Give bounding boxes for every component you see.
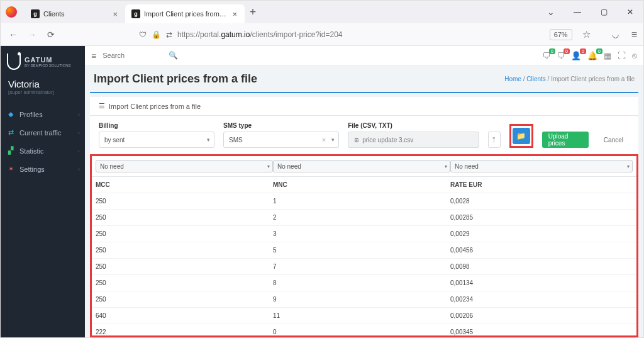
tab-clients[interactable]: g Clients × — [25, 4, 125, 23]
chevron-down-icon[interactable]: ⌄ — [538, 7, 564, 17]
col-rate: RATE EUR — [450, 181, 633, 188]
sidebar: GATUM BY SEMPICO SOLUTIONS Victoria [sup… — [1, 46, 85, 337]
sidebar-item-traffic[interactable]: ⇄Current traffic‹ — [1, 123, 85, 142]
billing-label: Billing — [99, 122, 214, 129]
chevron-left-icon: ‹ — [78, 148, 80, 154]
chevron-left-icon: ‹ — [78, 111, 80, 118]
profile-icon: ◆ — [7, 110, 14, 118]
sidebar-item-statistic[interactable]: ▞Statistic‹ — [1, 142, 85, 160]
folder-button[interactable]: 📁 — [513, 128, 530, 144]
clear-icon[interactable]: × — [322, 136, 326, 144]
sidebar-item-label: Current traffic — [19, 129, 61, 137]
col-mcc: MCC — [96, 181, 273, 188]
back-button[interactable]: ← — [7, 30, 19, 40]
sms-label: SMS type — [223, 122, 339, 129]
upload-icon-button[interactable]: ⭱ — [488, 132, 501, 148]
user-role: [super administrator] — [1, 89, 85, 103]
burger-icon[interactable]: ≡ — [91, 51, 96, 61]
price-table: No need▾ No need▾ No need▾ MCC MNC RATE … — [90, 154, 638, 337]
divider — [90, 92, 638, 93]
storage-icon: ☰ — [99, 102, 105, 110]
tray-icon[interactable]: 🗨0 — [542, 51, 550, 60]
table-row: 640110,00206 — [92, 307, 636, 324]
lock-icon: 🔒 — [152, 30, 161, 39]
cancel-button[interactable]: Cancel — [597, 132, 630, 148]
search-icon[interactable]: 🔍 — [169, 51, 178, 60]
menu-icon[interactable]: ≡ — [631, 29, 637, 40]
col2-mapping-select[interactable]: No need▾ — [273, 160, 450, 172]
upload-prices-button[interactable]: Upload prices — [542, 132, 589, 148]
chart-icon: ▞ — [7, 147, 14, 155]
panel-title-text: Import Client prices from a file — [109, 103, 201, 110]
crumb-clients[interactable]: Clients — [526, 76, 546, 82]
filter-row: Billing by sent▾ SMS type SMS×▾ File (CS… — [90, 116, 638, 154]
table-row: 25050,00456 — [92, 242, 636, 258]
brand: GATUM BY SEMPICO SOLUTIONS — [1, 46, 85, 74]
table-row: 25070,0098 — [92, 258, 636, 274]
tab-label: Clients — [43, 10, 108, 18]
reload-button[interactable]: ⟳ — [45, 30, 57, 40]
sidebar-item-label: Statistic — [19, 147, 44, 155]
new-tab-button[interactable]: + — [245, 4, 261, 20]
topbar: ≡ 🔍 🗨0 🗨0 👤0 🔔0 ▦ ⛶ ⎋ — [85, 46, 643, 66]
zoom-level[interactable]: 67% — [550, 29, 572, 40]
sms-select[interactable]: SMS×▾ — [223, 132, 339, 148]
traffic-icon: ⇄ — [7, 128, 14, 137]
sidebar-item-label: Settings — [19, 166, 45, 173]
brand-name: GATUM — [25, 57, 71, 64]
table-row: 25030,0029 — [92, 225, 636, 242]
sidebar-item-settings[interactable]: ✶Settings‹ — [1, 160, 85, 178]
firefox-icon — [6, 6, 17, 18]
file-display: 🗎price update 3.csv — [348, 132, 479, 148]
favicon-icon: g — [31, 9, 40, 18]
logo-icon — [7, 54, 21, 70]
tray-icon[interactable]: 🔔0 — [587, 51, 597, 60]
folder-button-highlight: 📁 — [509, 124, 533, 148]
forward-button: → — [26, 30, 38, 40]
tab-import[interactable]: g Import Client prices from a file × — [125, 4, 245, 23]
close-icon[interactable]: × — [231, 9, 238, 19]
tab-label: Import Client prices from a file — [144, 10, 227, 18]
crumb-home[interactable]: Home — [504, 76, 521, 82]
panel-title: ☰ Import Client prices from a file — [90, 97, 638, 116]
maximize-button[interactable]: ▢ — [591, 8, 617, 16]
crumb-current: Import Client prices from a file — [551, 76, 635, 82]
browser-titlebar: g Clients × g Import Client prices from … — [1, 1, 643, 23]
pocket-icon[interactable]: ◡ — [612, 30, 619, 39]
logout-icon[interactable]: ⎋ — [632, 51, 637, 60]
url-bar[interactable]: 🛡 🔒 ⇄ https://portal.gatum.io/clients/im… — [139, 30, 543, 39]
col1-mapping-select[interactable]: No need▾ — [96, 160, 273, 172]
file-name: price update 3.csv — [362, 137, 413, 144]
page-title: Import Client prices from a file — [94, 72, 257, 86]
tray-icon[interactable]: 🗨0 — [557, 51, 565, 60]
table-header: MCC MNC RATE EUR — [92, 176, 636, 193]
badge: 0 — [549, 48, 555, 54]
chevron-left-icon: ‹ — [78, 130, 80, 136]
table-row: 25010,0028 — [92, 193, 636, 209]
grid-icon[interactable]: ▦ — [604, 51, 611, 60]
breadcrumb: Home / Clients / Import Client prices fr… — [504, 76, 635, 82]
chevron-left-icon: ‹ — [78, 166, 80, 172]
badge: 0 — [564, 48, 570, 54]
sidebar-item-profiles[interactable]: ◆Profiles‹ — [1, 105, 85, 123]
shield-icon: 🛡 — [139, 30, 147, 39]
tray-icon[interactable]: 👤0 — [571, 51, 581, 60]
file-icon: 🗎 — [353, 137, 360, 144]
minimize-button[interactable]: — — [564, 8, 591, 16]
table-row: 22200,00345 — [92, 324, 636, 337]
bookmark-icon[interactable]: ☆ — [582, 29, 591, 40]
col3-mapping-select[interactable]: No need▾ — [450, 160, 633, 172]
sms-value: SMS — [229, 137, 243, 144]
favicon-icon: g — [131, 9, 140, 18]
search-input[interactable] — [103, 49, 178, 63]
close-icon[interactable]: × — [111, 9, 119, 19]
url-text: https://portal.gatum.io/clients/import-p… — [177, 30, 342, 39]
close-window-button[interactable]: ✕ — [617, 8, 643, 16]
expand-icon[interactable]: ⛶ — [618, 51, 626, 60]
gear-icon: ✶ — [7, 165, 14, 173]
table-row: 25080,00134 — [92, 274, 636, 291]
billing-select[interactable]: by sent▾ — [99, 132, 214, 148]
table-row: 25020,00285 — [92, 209, 636, 225]
col-mnc: MNC — [273, 181, 450, 188]
caret-icon: ▾ — [331, 137, 335, 143]
